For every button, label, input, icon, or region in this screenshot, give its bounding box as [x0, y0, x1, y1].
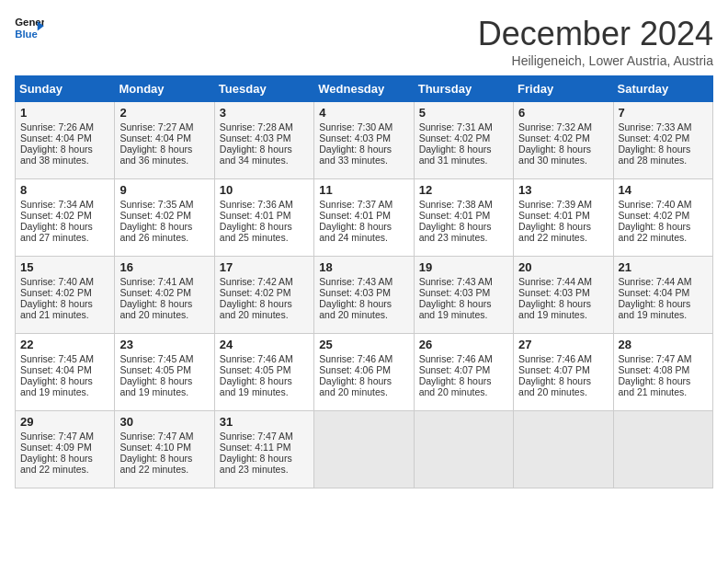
calendar-cell [514, 411, 613, 488]
day-number: 14 [619, 183, 708, 197]
day-info-line: Sunrise: 7:30 AM [319, 121, 408, 132]
day-info-line: Sunrise: 7:39 AM [518, 199, 608, 210]
day-number: 6 [518, 106, 608, 120]
day-info-line: Sunrise: 7:47 AM [619, 353, 708, 364]
day-info-line: Daylight: 8 hours [619, 298, 708, 309]
calendar-cell: 8Sunrise: 7:34 AMSunset: 4:02 PMDaylight… [16, 179, 115, 257]
calendar-cell: 22Sunrise: 7:45 AMSunset: 4:04 PMDayligh… [16, 334, 115, 411]
day-info-line: Daylight: 8 hours [220, 453, 309, 464]
day-number: 19 [419, 260, 508, 274]
day-info-line: and 26 minutes. [119, 232, 209, 243]
header-sunday: Sunday [16, 76, 115, 102]
header-friday: Friday [514, 76, 613, 102]
day-info-line: and 21 minutes. [619, 386, 708, 397]
day-info-line: Sunrise: 7:46 AM [419, 353, 508, 364]
calendar-cell: 24Sunrise: 7:46 AMSunset: 4:05 PMDayligh… [214, 334, 313, 411]
day-info-line: Daylight: 8 hours [220, 375, 309, 386]
week-row-0: 1Sunrise: 7:26 AMSunset: 4:04 PMDaylight… [16, 102, 713, 179]
day-info-line: Daylight: 8 hours [619, 221, 708, 232]
day-info-line: Daylight: 8 hours [119, 453, 209, 464]
day-info-line: and 24 minutes. [319, 232, 408, 243]
day-info-line: Sunrise: 7:26 AM [20, 121, 109, 132]
day-info-line: Sunrise: 7:44 AM [619, 276, 708, 287]
day-info-line: Daylight: 8 hours [119, 298, 209, 309]
day-info-line: Sunset: 4:01 PM [419, 210, 508, 221]
day-number: 26 [419, 338, 508, 351]
week-row-2: 15Sunrise: 7:40 AMSunset: 4:02 PMDayligh… [16, 257, 713, 334]
day-info-line: Sunset: 4:09 PM [20, 442, 109, 453]
day-info-line: Daylight: 8 hours [220, 221, 309, 232]
week-row-3: 22Sunrise: 7:45 AMSunset: 4:04 PMDayligh… [16, 334, 713, 411]
page-header: General Blue December 2024 Heiligeneich,… [15, 15, 713, 68]
calendar-cell: 21Sunrise: 7:44 AMSunset: 4:04 PMDayligh… [613, 257, 712, 334]
day-info-line: Sunset: 4:02 PM [619, 132, 708, 144]
day-info-line: Daylight: 8 hours [319, 298, 408, 309]
title-block: December 2024 Heiligeneich, Lower Austri… [478, 15, 713, 68]
month-title: December 2024 [478, 15, 713, 53]
day-info-line: and 22 minutes. [518, 232, 608, 243]
day-number: 28 [619, 338, 708, 351]
day-info-line: Sunset: 4:03 PM [220, 132, 309, 144]
day-info-line: Sunrise: 7:46 AM [319, 353, 408, 364]
day-info-line: and 20 minutes. [319, 386, 408, 397]
day-number: 9 [119, 183, 209, 197]
day-info-line: Daylight: 8 hours [619, 144, 708, 155]
day-info-line: and 22 minutes. [119, 464, 209, 475]
day-info-line: Sunrise: 7:27 AM [119, 121, 209, 132]
week-row-4: 29Sunrise: 7:47 AMSunset: 4:09 PMDayligh… [16, 411, 713, 488]
day-info-line: Sunset: 4:07 PM [518, 364, 608, 375]
day-number: 15 [20, 260, 109, 274]
day-info-line: Daylight: 8 hours [119, 375, 209, 386]
day-info-line: Sunset: 4:03 PM [319, 132, 408, 144]
logo-icon: General Blue [15, 15, 44, 40]
calendar-cell: 30Sunrise: 7:47 AMSunset: 4:10 PMDayligh… [115, 411, 214, 488]
day-info-line: Sunrise: 7:47 AM [119, 431, 209, 442]
calendar-cell: 19Sunrise: 7:43 AMSunset: 4:03 PMDayligh… [414, 257, 513, 334]
day-info-line: and 19 minutes. [619, 309, 708, 320]
day-number: 13 [518, 183, 608, 197]
day-info-line: Daylight: 8 hours [319, 221, 408, 232]
day-number: 20 [518, 260, 608, 274]
calendar-table: SundayMondayTuesdayWednesdayThursdayFrid… [15, 75, 713, 488]
day-info-line: Sunrise: 7:31 AM [419, 121, 508, 132]
day-number: 25 [319, 338, 408, 351]
day-info-line: Daylight: 8 hours [319, 375, 408, 386]
week-row-1: 8Sunrise: 7:34 AMSunset: 4:02 PMDaylight… [16, 179, 713, 257]
day-info-line: Sunset: 4:02 PM [220, 287, 309, 298]
day-info-line: Sunset: 4:05 PM [220, 364, 309, 375]
day-info-line: Daylight: 8 hours [518, 375, 608, 386]
day-info-line: Sunrise: 7:47 AM [20, 431, 109, 442]
day-info-line: and 22 minutes. [20, 464, 109, 475]
header-monday: Monday [115, 76, 214, 102]
header-saturday: Saturday [613, 76, 712, 102]
calendar-cell: 27Sunrise: 7:46 AMSunset: 4:07 PMDayligh… [514, 334, 613, 411]
day-info-line: Sunrise: 7:43 AM [419, 276, 508, 287]
day-info-line: Daylight: 8 hours [20, 453, 109, 464]
calendar-header-row: SundayMondayTuesdayWednesdayThursdayFrid… [16, 76, 713, 102]
day-info-line: and 19 minutes. [119, 386, 209, 397]
day-number: 4 [319, 106, 408, 120]
day-info-line: and 25 minutes. [220, 232, 309, 243]
day-info-line: Sunset: 4:04 PM [119, 132, 209, 144]
day-number: 22 [20, 338, 109, 351]
calendar-cell: 16Sunrise: 7:41 AMSunset: 4:02 PMDayligh… [115, 257, 214, 334]
day-info-line: Sunset: 4:02 PM [20, 210, 109, 221]
day-info-line: Sunset: 4:02 PM [20, 287, 109, 298]
calendar-cell: 23Sunrise: 7:45 AMSunset: 4:05 PMDayligh… [115, 334, 214, 411]
day-info-line: Daylight: 8 hours [518, 221, 608, 232]
day-number: 2 [119, 106, 209, 120]
day-info-line: Sunset: 4:07 PM [419, 364, 508, 375]
day-info-line: Daylight: 8 hours [419, 144, 508, 155]
day-info-line: Sunrise: 7:42 AM [220, 276, 309, 287]
calendar-cell: 25Sunrise: 7:46 AMSunset: 4:06 PMDayligh… [314, 334, 414, 411]
calendar-cell: 20Sunrise: 7:44 AMSunset: 4:03 PMDayligh… [514, 257, 613, 334]
day-number: 24 [220, 338, 309, 351]
day-info-line: Sunrise: 7:28 AM [220, 121, 309, 132]
day-number: 8 [20, 183, 109, 197]
day-info-line: and 20 minutes. [119, 309, 209, 320]
day-info-line: Sunset: 4:05 PM [119, 364, 209, 375]
day-info-line: Daylight: 8 hours [119, 144, 209, 155]
day-info-line: Sunset: 4:04 PM [20, 364, 109, 375]
day-number: 30 [119, 415, 209, 429]
day-info-line: Sunset: 4:02 PM [518, 132, 608, 144]
